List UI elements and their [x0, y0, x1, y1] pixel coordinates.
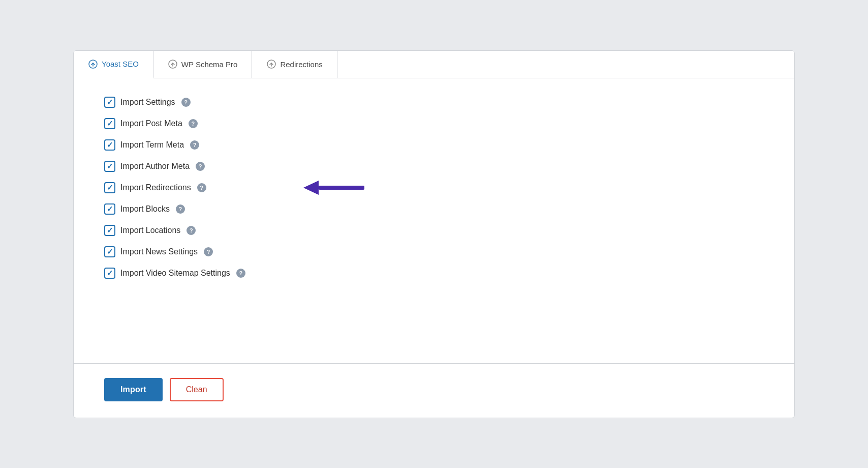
import-settings-checkbox[interactable]: ✓	[104, 97, 115, 108]
import-post-meta-help-icon[interactable]: ?	[189, 119, 198, 128]
svg-rect-7	[319, 186, 364, 190]
import-locations-checkbox[interactable]: ✓	[104, 225, 115, 236]
import-redirections-checkbox[interactable]: ✓	[104, 182, 115, 193]
import-button[interactable]: Import	[104, 378, 163, 401]
tab-wp-schema-pro-label: WP Schema Pro	[181, 60, 238, 69]
import-post-meta-text: Import Post Meta	[120, 119, 182, 128]
checkbox-row-import-post-meta: ✓ Import Post Meta ?	[104, 118, 764, 129]
import-term-meta-checkbox[interactable]: ✓	[104, 139, 115, 151]
arrow-icon	[287, 179, 368, 197]
main-card: Yoast SEO WP Schema Pro Redirections	[73, 50, 795, 418]
clean-button[interactable]: Clean	[170, 378, 224, 401]
import-author-meta-help-icon[interactable]: ?	[196, 162, 205, 171]
import-locations-text: Import Locations	[120, 226, 180, 235]
import-term-meta-text: Import Term Meta	[120, 140, 184, 150]
footer: Import Clean	[74, 364, 794, 418]
import-news-settings-help-icon[interactable]: ?	[204, 247, 213, 256]
import-redirections-label[interactable]: ✓ Import Redirections	[104, 182, 191, 193]
import-redirections-help-icon[interactable]: ?	[197, 183, 206, 192]
checkbox-row-import-blocks: ✓ Import Blocks ?	[104, 203, 764, 215]
import-news-settings-checkbox[interactable]: ✓	[104, 246, 115, 257]
import-author-meta-checkbox[interactable]: ✓	[104, 161, 115, 172]
import-blocks-text: Import Blocks	[120, 204, 170, 214]
import-settings-text: Import Settings	[120, 98, 175, 107]
import-video-sitemap-text: Import Video Sitemap Settings	[120, 269, 230, 278]
import-term-meta-label[interactable]: ✓ Import Term Meta	[104, 139, 184, 151]
import-settings-help-icon[interactable]: ?	[181, 98, 191, 107]
checkbox-row-import-author-meta: ✓ Import Author Meta ?	[104, 161, 764, 172]
tab-yoast-seo-label: Yoast SEO	[102, 60, 139, 68]
import-blocks-label[interactable]: ✓ Import Blocks	[104, 203, 170, 215]
checkbox-row-import-video-sitemap: ✓ Import Video Sitemap Settings ?	[104, 268, 764, 279]
import-news-settings-label[interactable]: ✓ Import News Settings	[104, 246, 198, 257]
import-news-settings-text: Import News Settings	[120, 247, 198, 256]
redirections-upload-icon	[266, 59, 276, 69]
wp-schema-pro-upload-icon	[168, 59, 178, 69]
import-term-meta-help-icon[interactable]: ?	[190, 140, 199, 150]
import-video-sitemap-checkbox[interactable]: ✓	[104, 268, 115, 279]
checkbox-row-import-locations: ✓ Import Locations ?	[104, 225, 764, 236]
content-area: ✓ Import Settings ? ✓ Import Post Meta ?…	[74, 78, 794, 363]
checkbox-row-import-news-settings: ✓ Import News Settings ?	[104, 246, 764, 257]
import-redirections-text: Import Redirections	[120, 183, 191, 192]
tab-yoast-seo[interactable]: Yoast SEO	[74, 51, 153, 78]
tab-redirections-label: Redirections	[280, 60, 322, 69]
import-post-meta-label[interactable]: ✓ Import Post Meta	[104, 118, 182, 129]
checkbox-row-import-redirections: ✓ Import Redirections ?	[104, 182, 764, 193]
import-blocks-checkbox[interactable]: ✓	[104, 203, 115, 215]
import-author-meta-text: Import Author Meta	[120, 162, 190, 171]
import-locations-label[interactable]: ✓ Import Locations	[104, 225, 180, 236]
arrow-annotation	[287, 179, 368, 197]
import-video-sitemap-help-icon[interactable]: ?	[236, 269, 245, 278]
import-video-sitemap-label[interactable]: ✓ Import Video Sitemap Settings	[104, 268, 230, 279]
import-settings-label[interactable]: ✓ Import Settings	[104, 97, 175, 108]
tab-bar: Yoast SEO WP Schema Pro Redirections	[74, 51, 794, 78]
checkbox-row-import-term-meta: ✓ Import Term Meta ?	[104, 139, 764, 151]
tab-redirections[interactable]: Redirections	[252, 51, 337, 78]
tab-wp-schema-pro[interactable]: WP Schema Pro	[153, 51, 253, 78]
yoast-seo-upload-icon	[88, 59, 98, 69]
checkbox-row-import-settings: ✓ Import Settings ?	[104, 97, 764, 108]
import-author-meta-label[interactable]: ✓ Import Author Meta	[104, 161, 190, 172]
svg-marker-6	[303, 181, 319, 195]
import-locations-help-icon[interactable]: ?	[187, 226, 196, 235]
import-blocks-help-icon[interactable]: ?	[176, 204, 185, 214]
import-post-meta-checkbox[interactable]: ✓	[104, 118, 115, 129]
